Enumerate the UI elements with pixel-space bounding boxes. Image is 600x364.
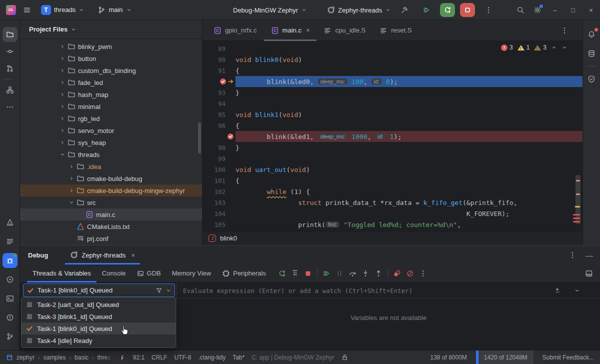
breakpoint-icon[interactable] xyxy=(202,78,236,86)
rerun-button[interactable] xyxy=(276,267,288,280)
sidebar-item-commit[interactable] xyxy=(2,44,18,59)
status-run-config[interactable]: C: app | Debug-MinGW Zephyr xyxy=(252,354,334,361)
sidebar-item-version-control[interactable] xyxy=(2,329,18,344)
sidebar-item-cmake[interactable] xyxy=(2,215,18,230)
filter-icon[interactable] xyxy=(156,287,162,294)
sidebar-item-debug[interactable] xyxy=(2,253,18,268)
main-menu-icon[interactable] xyxy=(23,6,31,14)
stripe-mark[interactable] xyxy=(573,221,580,222)
chevron-right-icon[interactable] xyxy=(58,44,67,50)
more-actions-icon[interactable] xyxy=(480,0,497,20)
status-cell-crlf[interactable]: CRLF xyxy=(152,354,167,361)
close-icon[interactable]: × xyxy=(132,252,136,259)
sidebar-item-qodana[interactable] xyxy=(584,72,599,86)
sidebar-item-structure[interactable] xyxy=(2,82,18,98)
step-over-button[interactable] xyxy=(346,267,359,280)
code-editor[interactable]: !3 !1 !3 8990void blink0(void)91{ blink(… xyxy=(202,41,582,231)
breadcrumb[interactable]: zephyr›samples›basic›threads xyxy=(6,354,112,361)
tree-item-sys-heap[interactable]: sys_heap xyxy=(20,136,202,148)
tree-item-blinky-pwm[interactable]: blinky_pwm xyxy=(20,40,202,52)
debug-tab-peripherals[interactable]: Peripherals xyxy=(216,264,272,282)
stripe-mark[interactable] xyxy=(576,180,580,182)
breadcrumb-function[interactable]: blink0 xyxy=(220,234,237,242)
add-watch-icon[interactable] xyxy=(554,287,561,294)
debug-session-selector[interactable]: Zephyr-threads xyxy=(327,6,391,14)
sidebar-item-run[interactable] xyxy=(2,272,18,287)
stripe-mark[interactable] xyxy=(573,214,580,216)
chevron-right-icon[interactable] xyxy=(58,92,67,98)
tree-item-threads[interactable]: threads xyxy=(20,148,202,160)
pause-button[interactable] xyxy=(333,267,346,280)
hide-panel-icon[interactable]: — xyxy=(586,251,593,260)
sidebar-item-pull-requests[interactable] xyxy=(2,61,18,76)
tree-item-servo-motor[interactable]: servo_motor xyxy=(20,124,202,136)
debug-session-tab[interactable]: Zephyr-threads × xyxy=(65,246,140,264)
inspections-widget[interactable]: !3 !1 !3 xyxy=(499,43,570,52)
settings-button[interactable] xyxy=(529,0,546,20)
window-minimize-button[interactable]: – xyxy=(546,0,564,20)
chevron-down-icon[interactable] xyxy=(574,287,580,294)
chevron-right-icon[interactable] xyxy=(67,164,76,170)
breadcrumb-item[interactable]: zephyr xyxy=(16,354,34,361)
breakpoint-icon[interactable] xyxy=(202,132,236,140)
status-cell--clang-tidy[interactable]: .clang-tidy xyxy=(198,354,226,361)
thread-selector-combo[interactable]: Task-1 [blink0_id] Queued xyxy=(23,284,175,297)
close-icon[interactable]: × xyxy=(306,26,310,34)
project-panel-header[interactable]: Project Files xyxy=(20,20,202,39)
status-cell-92-1[interactable]: 92:1 xyxy=(133,354,144,361)
tree-item-minimal[interactable]: minimal xyxy=(20,100,202,112)
stop-button[interactable] xyxy=(460,3,475,17)
debug-tab-console[interactable]: Console xyxy=(96,264,132,282)
step-into-button[interactable] xyxy=(359,267,372,280)
editor-tab-main-c[interactable]: Cmain.c× xyxy=(264,20,317,41)
mute-breakpoints-button[interactable] xyxy=(404,267,416,280)
prev-problem-icon[interactable] xyxy=(551,44,557,50)
thread-dropdown-item[interactable]: Task-3 [blink1_id] Queued xyxy=(22,310,176,322)
tree-item-prj-conf[interactable]: prj.conf xyxy=(20,232,202,244)
status-cell-utf-8[interactable]: UTF-8 xyxy=(174,354,191,361)
sidebar-item-database[interactable] xyxy=(584,46,599,61)
chevron-right-icon[interactable] xyxy=(58,128,67,134)
chevron-right-icon[interactable] xyxy=(58,56,67,62)
breadcrumb-item[interactable]: basic xyxy=(74,354,88,361)
breadcrumb-item[interactable]: threads xyxy=(98,354,112,361)
resume-button[interactable] xyxy=(320,267,333,280)
layout-settings-icon[interactable] xyxy=(585,270,593,278)
chevron-right-icon[interactable] xyxy=(58,140,67,146)
chevron-down-icon[interactable] xyxy=(67,200,76,206)
memory-indicator[interactable]: 1420 of 12048M xyxy=(476,350,534,364)
stripe-mark[interactable] xyxy=(573,218,580,219)
editor-scrollbar[interactable] xyxy=(576,175,580,224)
next-problem-icon[interactable] xyxy=(562,44,568,50)
editor-tab-options-icon[interactable] xyxy=(560,26,568,34)
tree-item-fade-led[interactable]: fade_led xyxy=(20,76,202,88)
window-close-button[interactable]: × xyxy=(582,0,600,20)
chevron-right-icon[interactable] xyxy=(67,176,76,182)
editor-tab-cpu-idle-s[interactable]: cpu_idle.S xyxy=(316,20,372,41)
tree-item-hash-map[interactable]: hash_map xyxy=(20,88,202,100)
stop-button[interactable] xyxy=(302,267,314,280)
chevron-right-icon[interactable] xyxy=(67,188,76,194)
sidebar-item-notifications[interactable] xyxy=(584,27,599,42)
breadcrumb-item[interactable]: samples xyxy=(44,354,66,361)
sidebar-item-project[interactable] xyxy=(2,27,18,42)
resume-program-icon[interactable] xyxy=(418,0,435,20)
search-everywhere-button[interactable] xyxy=(512,0,529,20)
tree-item-button[interactable]: button xyxy=(20,52,202,64)
debug-tab-memory-view[interactable]: Memory View xyxy=(166,264,217,282)
panel-options-icon[interactable] xyxy=(568,251,576,260)
chevron-down-icon[interactable] xyxy=(166,288,172,294)
tree-item-main-c[interactable]: Cmain.c xyxy=(20,208,202,220)
chevron-right-icon[interactable] xyxy=(58,116,67,122)
editor-tab-gpio-nrfx-c[interactable]: Cgpio_nrfx.c xyxy=(206,20,264,41)
sidebar-item-problems[interactable] xyxy=(2,310,18,325)
thread-dropdown-item[interactable]: Task-1 [blink0_id] Queued xyxy=(22,322,176,334)
tree-item-custom-dts-binding[interactable]: custom_dts_binding xyxy=(20,64,202,76)
build-hammer-icon[interactable] xyxy=(396,0,413,20)
chevron-down-icon[interactable] xyxy=(58,152,67,158)
tree-item-cmake-build-debug-mingw-zephyr[interactable]: cmake-build-debug-mingw-zephyr xyxy=(20,184,202,196)
stripe-mark[interactable] xyxy=(575,206,580,208)
status-cell-tab-[interactable]: Tab* xyxy=(232,354,244,361)
chevron-right-icon[interactable] xyxy=(58,104,67,110)
debug-tab-threads-variables[interactable]: Threads & Variables xyxy=(27,264,96,282)
